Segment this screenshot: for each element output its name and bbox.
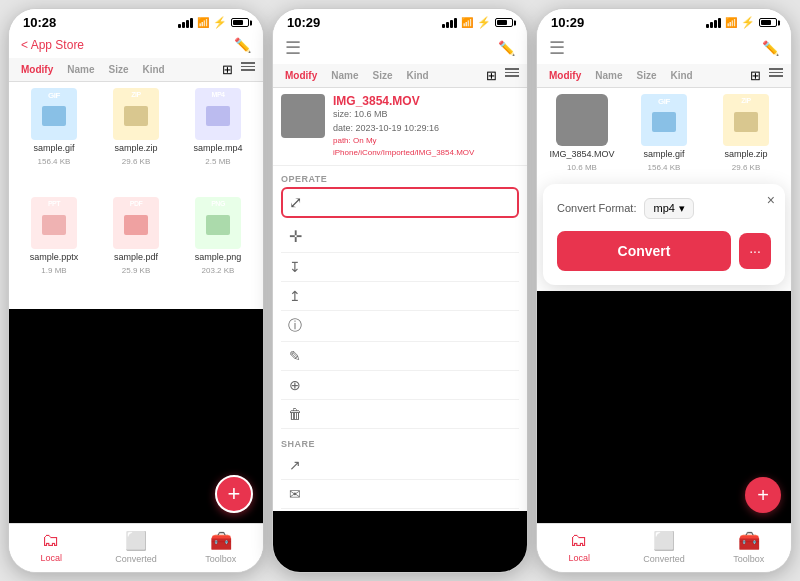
- tab-bar-3: 🗂 Local ⬜ Converted 🧰 Toolbox: [537, 523, 791, 572]
- tab-converted[interactable]: ⬜ Converted: [94, 530, 179, 564]
- file-detail-header: IMG_3854.MOV size: 10.6 MB date: 2023-10…: [273, 88, 527, 166]
- menu-icon[interactable]: [241, 62, 255, 77]
- status-bar-2: 10:29 📶 ⚡: [273, 9, 527, 34]
- list-item[interactable]: PNG sample.png 203.2 KB: [179, 197, 257, 302]
- time-2: 10:29: [287, 15, 320, 30]
- operate-section: OPERATE ⤢ ✛ ↧ ↥ ⓘ ✎ ⊕: [273, 166, 527, 433]
- operate-upload-item[interactable]: ↥: [281, 282, 519, 311]
- tab-local-3[interactable]: 🗂 Local: [537, 530, 622, 564]
- operate-expand-item[interactable]: ✛: [281, 221, 519, 253]
- svg-rect-3: [42, 215, 66, 235]
- list-item[interactable]: PPT sample.pptx 1.9 MB: [15, 197, 93, 302]
- email-item[interactable]: ✉: [281, 480, 519, 509]
- tab-local[interactable]: 🗂 Local: [9, 530, 94, 564]
- upload-icon: ↥: [285, 288, 305, 304]
- menu-icon-3[interactable]: [769, 68, 783, 83]
- file-size: 156.4 KB: [648, 163, 681, 172]
- bolt-icon-2: ⚡: [477, 16, 491, 29]
- file-thumbnail: [281, 94, 325, 138]
- operate-merge-item[interactable]: ⊕: [281, 371, 519, 400]
- svg-rect-4: [124, 215, 148, 235]
- battery-icon: [231, 18, 249, 27]
- operate-info-item[interactable]: ⓘ: [281, 311, 519, 342]
- operate-label: OPERATE: [281, 174, 519, 184]
- dialog-close-button[interactable]: ×: [767, 192, 775, 208]
- file-name: IMG_3854.MOV: [549, 149, 614, 160]
- download-icon: ↧: [285, 259, 305, 275]
- toolbox-icon-3: 🧰: [738, 530, 760, 552]
- format-select[interactable]: mp4 ▾: [644, 198, 693, 219]
- kind-btn-3[interactable]: Kind: [666, 68, 696, 83]
- operate-delete-item[interactable]: 🗑: [281, 400, 519, 429]
- file-name: sample.gif: [643, 149, 684, 160]
- tab-toolbox-label-3: Toolbox: [733, 554, 764, 564]
- kind-btn-2[interactable]: Kind: [402, 68, 432, 83]
- local-icon: 🗂: [42, 530, 60, 551]
- format-value: mp4: [653, 202, 674, 214]
- status-icons-3: 📶 ⚡: [706, 16, 777, 29]
- list-item[interactable]: MP4 sample.mp4 2.5 MB: [179, 88, 257, 193]
- mp4-file-icon: MP4: [195, 88, 241, 140]
- list-item[interactable]: GIF sample.gif 156.4 KB: [625, 94, 703, 172]
- edit-icon-3[interactable]: ✏️: [762, 40, 779, 56]
- convert-op-icon: ⤢: [289, 193, 302, 212]
- back-nav[interactable]: < App Store: [21, 38, 84, 52]
- edit-icon-2[interactable]: ✏️: [498, 40, 515, 56]
- size-btn-3[interactable]: Size: [632, 68, 660, 83]
- wifi-icon-2: 📶: [461, 17, 473, 28]
- grid-view-icon-2[interactable]: ⊞: [486, 68, 497, 83]
- pdf-file-icon: PDF: [113, 197, 159, 249]
- share-item[interactable]: ↗: [281, 451, 519, 480]
- size-btn-2[interactable]: Size: [368, 68, 396, 83]
- modify-btn[interactable]: Modify: [17, 62, 57, 77]
- toolbox-icon: 🧰: [210, 530, 232, 552]
- name-btn-3[interactable]: Name: [591, 68, 626, 83]
- convert-format-label: Convert Format:: [557, 202, 636, 214]
- file-detail-path: path: On My iPhone/iConv/Imported/IMG_38…: [333, 135, 519, 159]
- more-options-button[interactable]: ···: [739, 233, 771, 269]
- hamburger-menu-icon[interactable]: ☰: [285, 37, 301, 59]
- hamburger-menu-icon-3[interactable]: ☰: [549, 37, 565, 59]
- merge-icon: ⊕: [285, 377, 305, 393]
- share-section: SHARE ↗ ✉: [273, 433, 527, 511]
- wifi-icon-3: 📶: [725, 17, 737, 28]
- convert-operation-btn[interactable]: ⤢: [281, 187, 519, 218]
- file-size: 2.5 MB: [205, 157, 230, 166]
- file-name: sample.pptx: [30, 252, 79, 263]
- toolbar-2: Modify Name Size Kind ⊞: [273, 64, 527, 88]
- expand-icon: ✛: [285, 227, 305, 246]
- name-btn[interactable]: Name: [63, 62, 98, 77]
- convert-button[interactable]: Convert: [557, 231, 731, 271]
- fab-add-button[interactable]: +: [215, 475, 253, 513]
- convert-format-row: Convert Format: mp4 ▾: [557, 198, 771, 219]
- kind-btn[interactable]: Kind: [138, 62, 168, 77]
- fab-add-button-3[interactable]: +: [745, 477, 781, 513]
- time-3: 10:29: [551, 15, 584, 30]
- edit-icon[interactable]: ✏️: [234, 37, 251, 53]
- list-item[interactable]: ZIP sample.zip 29.6 KB: [97, 88, 175, 193]
- list-item[interactable]: GIF sample.gif 156.4 KB: [15, 88, 93, 193]
- list-item[interactable]: ZIP sample.zip 29.6 KB: [707, 94, 785, 172]
- operate-edit-item[interactable]: ✎: [281, 342, 519, 371]
- converted-icon: ⬜: [125, 530, 147, 552]
- svg-rect-7: [734, 112, 758, 132]
- tab-toolbox[interactable]: 🧰 Toolbox: [178, 530, 263, 564]
- grid-view-icon[interactable]: ⊞: [222, 62, 233, 77]
- grid-view-icon-3[interactable]: ⊞: [750, 68, 761, 83]
- modify-btn-2[interactable]: Modify: [281, 68, 321, 83]
- file-size: 1.9 MB: [41, 266, 66, 275]
- size-btn[interactable]: Size: [104, 62, 132, 77]
- list-item[interactable]: PDF sample.pdf 25.9 KB: [97, 197, 175, 302]
- tab-converted-3[interactable]: ⬜ Converted: [622, 530, 707, 564]
- tab-toolbox-3[interactable]: 🧰 Toolbox: [706, 530, 791, 564]
- signal-icon: [178, 18, 193, 28]
- edit-op-icon: ✎: [285, 348, 305, 364]
- list-item[interactable]: IMG_3854.MOV 10.6 MB: [543, 94, 621, 172]
- operate-download-item[interactable]: ↧: [281, 253, 519, 282]
- tab-toolbox-label: Toolbox: [205, 554, 236, 564]
- modify-btn-3[interactable]: Modify: [545, 68, 585, 83]
- menu-icon-2[interactable]: [505, 68, 519, 83]
- file-name: sample.png: [195, 252, 242, 263]
- name-btn-2[interactable]: Name: [327, 68, 362, 83]
- toolbar-1: Modify Name Size Kind ⊞: [9, 58, 263, 82]
